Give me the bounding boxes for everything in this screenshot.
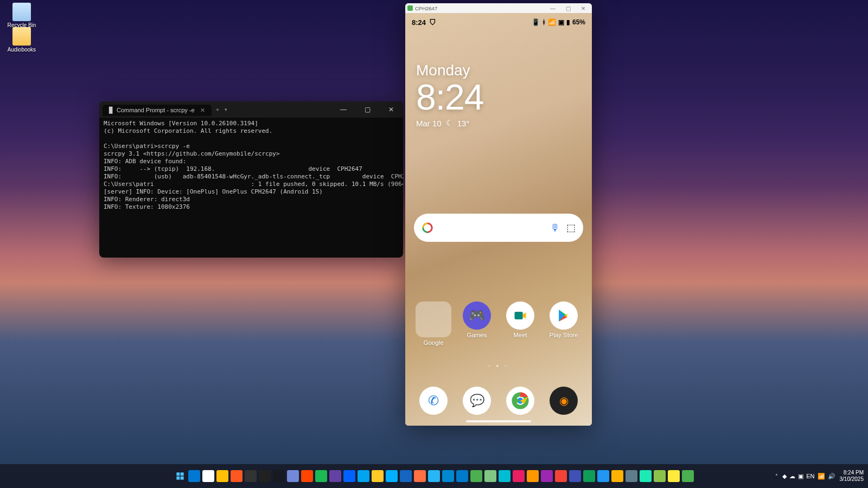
terminal-tab[interactable]: ▊ Command Prompt - scrcpy -e ✕ [103, 105, 212, 116]
taskbar-app-9[interactable] [315, 470, 327, 482]
lens-icon[interactable]: ⬚ [566, 222, 576, 234]
taskbar-app-11[interactable] [343, 470, 355, 482]
svg-rect-8 [181, 477, 184, 480]
taskbar-app-18[interactable] [442, 470, 454, 482]
cmd-icon: ▊ [109, 107, 113, 114]
app-games[interactable]: 🎮 Games [459, 301, 495, 346]
taskbar-app-0[interactable] [188, 470, 200, 482]
taskbar-app-34[interactable] [668, 470, 680, 482]
taskbar-app-21[interactable] [484, 470, 496, 482]
maximize-button[interactable]: ▢ [355, 101, 379, 118]
terminal-output[interactable]: Microsoft Windows [Version 10.0.26100.31… [104, 120, 399, 211]
taskbar-app-20[interactable] [470, 470, 482, 482]
dock-camera-app[interactable]: ◉ [550, 387, 578, 415]
taskbar-app-7[interactable] [287, 470, 299, 482]
app-google-folder[interactable]: Google [416, 301, 451, 346]
taskbar-app-33[interactable] [654, 470, 666, 482]
google-icon [422, 222, 433, 234]
taskbar-app-17[interactable] [428, 470, 440, 482]
maximize-button[interactable]: ▢ [561, 5, 575, 11]
taskbar-app-30[interactable] [611, 470, 623, 482]
svg-rect-6 [181, 472, 184, 476]
taskbar-app-26[interactable] [555, 470, 567, 482]
scrcpy-window[interactable]: CPH2647 — ▢ ✕ 8:24 ⛉ 📳 ᚼ 📶 ▣ ▮ 65% Monda… [405, 3, 592, 426]
system-tray[interactable]: ˄ ◆ ☁ ▣ EN 📶 🔊 8:24 PM 3/10/2025 [775, 470, 864, 483]
taskbar-app-31[interactable] [626, 470, 637, 482]
minimize-button[interactable]: — [331, 101, 355, 118]
dock-chrome-app[interactable] [506, 387, 534, 415]
scrcpy-titlebar[interactable]: CPH2647 — ▢ ✕ [405, 3, 592, 13]
phone-dock: ✆ 💬 ◉ [405, 387, 592, 415]
start-button[interactable] [174, 470, 186, 482]
taskbar-app-3[interactable] [231, 470, 242, 482]
wifi-icon: 📶 [548, 18, 556, 26]
app-meet[interactable]: Meet [502, 301, 538, 346]
taskbar-app-16[interactable] [414, 470, 426, 482]
taskbar-app-24[interactable] [527, 470, 539, 482]
phone-status-bar: 8:24 ⛉ 📳 ᚼ 📶 ▣ ▮ 65% [405, 13, 592, 29]
desktop-icon-audiobooks[interactable]: Audiobooks [3, 27, 41, 53]
taskbar-app-32[interactable] [640, 470, 652, 482]
tray-chevron-icon[interactable]: ˄ [775, 473, 778, 479]
taskbar-app-14[interactable] [386, 470, 398, 482]
home-app-row: Google 🎮 Games Meet Play Store [405, 301, 592, 346]
svg-rect-5 [176, 472, 180, 476]
app-play-store[interactable]: Play Store [546, 301, 582, 346]
shield-icon: ⛉ [429, 18, 436, 27]
taskbar-app-23[interactable] [513, 470, 525, 482]
dock-phone-app[interactable]: ✆ [419, 387, 448, 415]
taskbar-app-22[interactable] [499, 470, 510, 482]
new-tab-button[interactable]: + [216, 106, 219, 113]
taskbar-app-5[interactable] [259, 470, 271, 482]
tray-security-icon[interactable]: ▣ [798, 473, 803, 480]
tray-volume-icon[interactable]: 🔊 [828, 473, 835, 480]
close-button[interactable]: ✕ [577, 5, 590, 11]
windows-taskbar[interactable]: ˄ ◆ ☁ ▣ EN 📶 🔊 8:24 PM 3/10/2025 [0, 464, 868, 488]
bluetooth-icon: ᚼ [542, 18, 546, 26]
svg-rect-1 [515, 312, 523, 319]
tab-close-icon[interactable]: ✕ [200, 107, 205, 114]
terminal-titlebar[interactable]: ▊ Command Prompt - scrcpy -e ✕ + ▾ — ▢ ✕ [99, 101, 403, 118]
tray-lang-icon[interactable]: EN [806, 473, 814, 480]
svg-rect-7 [176, 477, 180, 480]
taskbar-app-8[interactable] [301, 470, 313, 482]
minimize-button[interactable]: — [546, 5, 559, 11]
mic-icon[interactable]: 🎙 [550, 222, 560, 234]
close-button[interactable]: ✕ [379, 101, 403, 118]
taskbar-app-13[interactable] [372, 470, 384, 482]
taskbar-app-27[interactable] [569, 470, 581, 482]
taskbar-app-4[interactable] [245, 470, 257, 482]
clock-widget[interactable]: Monday 8:24 Mar 10 ☾ 13° [416, 62, 483, 128]
scrcpy-icon [407, 5, 413, 11]
taskbar-app-29[interactable] [597, 470, 609, 482]
taskbar-app-25[interactable] [541, 470, 553, 482]
taskbar-app-15[interactable] [400, 470, 412, 482]
tray-nvidia-icon[interactable]: ◆ [782, 473, 787, 480]
taskbar-app-1[interactable] [202, 470, 214, 482]
terminal-window[interactable]: ▊ Command Prompt - scrcpy -e ✕ + ▾ — ▢ ✕… [99, 101, 403, 258]
phone-screen[interactable]: 8:24 ⛉ 📳 ᚼ 📶 ▣ ▮ 65% Monday 8:24 Mar 10 … [405, 13, 592, 426]
taskbar-app-6[interactable] [273, 470, 285, 482]
taskbar-clock[interactable]: 8:24 PM 3/10/2025 [840, 470, 864, 483]
vibrate-icon: 📳 [532, 18, 540, 26]
google-search-bar[interactable]: 🎙 ⬚ [414, 214, 583, 242]
tray-wifi-icon[interactable]: 📶 [818, 473, 825, 480]
taskbar-app-19[interactable] [456, 470, 468, 482]
page-indicator: ○ ● ○ [405, 363, 592, 368]
taskbar-app-12[interactable] [358, 470, 369, 482]
taskbar-app-35[interactable] [682, 470, 694, 482]
desktop-icon-recycle-bin[interactable]: Recycle Bin [3, 3, 41, 28]
tray-onedrive-icon[interactable]: ☁ [789, 473, 795, 480]
tab-dropdown-icon[interactable]: ▾ [225, 107, 227, 112]
taskbar-app-28[interactable] [583, 470, 595, 482]
gesture-bar[interactable] [466, 420, 531, 422]
dock-messages-app[interactable]: 💬 [463, 387, 491, 415]
nfc-icon: ▣ [558, 18, 564, 26]
taskbar-app-2[interactable] [216, 470, 228, 482]
moon-icon: ☾ [446, 118, 453, 128]
taskbar-app-10[interactable] [329, 470, 341, 482]
battery-icon: ▮ [566, 18, 570, 26]
